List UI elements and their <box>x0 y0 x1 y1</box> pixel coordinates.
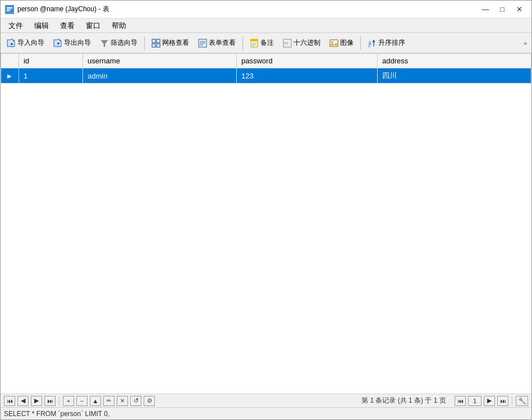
window-title: person @name (JayChou) - 表 <box>17 4 478 14</box>
nav-prev-button[interactable]: ◀ <box>17 396 29 406</box>
toolbar: 导入向导 导出向导 筛选向导 <box>1 33 531 53</box>
nav-add-button[interactable]: + <box>63 396 74 406</box>
svg-rect-9 <box>157 44 160 47</box>
hex-button[interactable]: FF 十六进制 <box>279 35 324 51</box>
separator-2 <box>242 36 243 50</box>
sql-text: SELECT * FROM `person` LIMIT 0, <box>4 410 109 418</box>
row-indicator: ▶ <box>1 68 19 84</box>
col-header-id[interactable]: id <box>19 54 82 68</box>
separator-1 <box>144 36 145 50</box>
grid-view-label: 网格查看 <box>162 38 189 48</box>
svg-rect-7 <box>157 39 160 43</box>
image-button[interactable]: 图像 <box>325 35 357 51</box>
image-label: 图像 <box>340 38 354 48</box>
window-controls: — □ ✕ <box>478 4 527 15</box>
cell-address[interactable]: 四川 <box>378 68 531 84</box>
svg-rect-3 <box>7 10 10 11</box>
table-row[interactable]: ▶ 1 admin 123 四川 <box>1 68 531 84</box>
content-area: id username password address ▶ 1 admin 1… <box>1 53 531 394</box>
import-icon <box>7 39 16 48</box>
menu-window[interactable]: 窗口 <box>80 19 106 33</box>
separator-3 <box>360 36 361 50</box>
nav-divider-1 <box>59 396 59 405</box>
note-icon <box>250 39 259 48</box>
nav-refresh-button[interactable]: ↺ <box>130 396 141 406</box>
sort-asc-label: 升序排序 <box>378 38 405 48</box>
status-bar: ⏮ ◀ ▶ ⏭ + − ▲ ✏ ✕ ↺ ⊘ 第 1 条记录 (共 1 条) 于 … <box>1 394 531 407</box>
menu-edit[interactable]: 编辑 <box>29 19 54 33</box>
grid-icon <box>152 39 160 48</box>
export-wizard-label: 导出向导 <box>64 38 91 48</box>
grid-view-button[interactable]: 网格查看 <box>148 35 193 51</box>
col-header-username[interactable]: username <box>83 54 237 68</box>
sort-asc-button[interactable]: A Z 升序排序 <box>364 35 409 51</box>
table-wrapper[interactable]: id username password address ▶ 1 admin 1… <box>1 53 531 394</box>
cell-password[interactable]: 123 <box>236 68 377 84</box>
close-button[interactable]: ✕ <box>511 4 527 15</box>
col-header-password[interactable]: password <box>236 54 377 68</box>
nav-up-button[interactable]: ▲ <box>90 396 101 406</box>
nav-last-button[interactable]: ⏭ <box>44 396 56 406</box>
svg-text:Z: Z <box>368 43 371 48</box>
svg-rect-1 <box>7 7 12 8</box>
form-view-label: 表单查看 <box>209 38 236 48</box>
svg-rect-2 <box>7 9 11 10</box>
menu-view[interactable]: 查看 <box>54 19 80 33</box>
hex-icon: FF <box>283 39 292 48</box>
import-wizard-label: 导入向导 <box>17 38 44 48</box>
nav-edit-button[interactable]: ✏ <box>103 396 114 406</box>
nav-next-button[interactable]: ▶ <box>31 396 42 406</box>
nav-cancel-button[interactable]: ✕ <box>117 396 128 406</box>
toolbar-expand[interactable]: » <box>521 38 529 48</box>
page-first-button[interactable]: ⏮ <box>455 396 466 406</box>
svg-rect-6 <box>152 39 155 43</box>
hex-label: 十六进制 <box>293 38 320 48</box>
svg-rect-15 <box>251 39 258 41</box>
filter-wizard-label: 筛选向导 <box>111 38 137 48</box>
form-icon <box>198 39 207 48</box>
svg-rect-8 <box>152 44 155 47</box>
page-next-button[interactable]: ▶ <box>484 396 495 406</box>
col-header-address[interactable]: address <box>378 54 531 68</box>
nav-first-button[interactable]: ⏮ <box>4 396 15 406</box>
row-indicator-header <box>1 54 19 68</box>
data-table: id username password address ▶ 1 admin 1… <box>1 53 531 84</box>
filter-icon <box>100 39 109 48</box>
table-body: ▶ 1 admin 123 四川 <box>1 68 531 84</box>
export-icon <box>53 39 62 48</box>
menu-bar: 文件 编辑 查看 窗口 帮助 <box>1 19 531 33</box>
table-header-row: id username password address <box>1 54 531 68</box>
page-num: 1 <box>468 396 481 406</box>
title-bar: person @name (JayChou) - 表 — □ ✕ <box>1 1 531 19</box>
settings-button[interactable]: 🔧 <box>516 396 528 406</box>
filter-wizard-button[interactable]: 筛选向导 <box>96 35 141 51</box>
svg-text:FF: FF <box>284 41 288 46</box>
sql-bar: SELECT * FROM `person` LIMIT 0, <box>1 407 531 419</box>
cell-id[interactable]: 1 <box>19 68 82 84</box>
app-icon <box>5 5 14 14</box>
image-icon <box>329 39 338 48</box>
svg-point-22 <box>331 41 333 43</box>
sort-asc-icon: A Z <box>368 39 377 48</box>
svg-rect-21 <box>330 40 338 47</box>
note-button[interactable]: 备注 <box>246 35 278 51</box>
main-window: person @name (JayChou) - 表 — □ ✕ 文件 编辑 查… <box>0 0 532 420</box>
nav-clear-button[interactable]: ⊘ <box>144 396 155 406</box>
note-label: 备注 <box>260 38 274 48</box>
nav-divider-2 <box>512 396 512 405</box>
export-wizard-button[interactable]: 导出向导 <box>49 35 95 51</box>
page-info: 第 1 条记录 (共 1 条) 于 1 页 <box>361 396 446 405</box>
nav-remove-button[interactable]: − <box>76 396 88 406</box>
page-last-button[interactable]: ⏭ <box>497 396 508 406</box>
cell-username[interactable]: admin <box>83 68 237 84</box>
menu-file[interactable]: 文件 <box>3 19 29 33</box>
menu-help[interactable]: 帮助 <box>106 19 132 33</box>
minimize-button[interactable]: — <box>478 4 493 15</box>
import-wizard-button[interactable]: 导入向导 <box>3 35 48 51</box>
maximize-button[interactable]: □ <box>494 4 510 15</box>
form-view-button[interactable]: 表单查看 <box>194 35 240 51</box>
